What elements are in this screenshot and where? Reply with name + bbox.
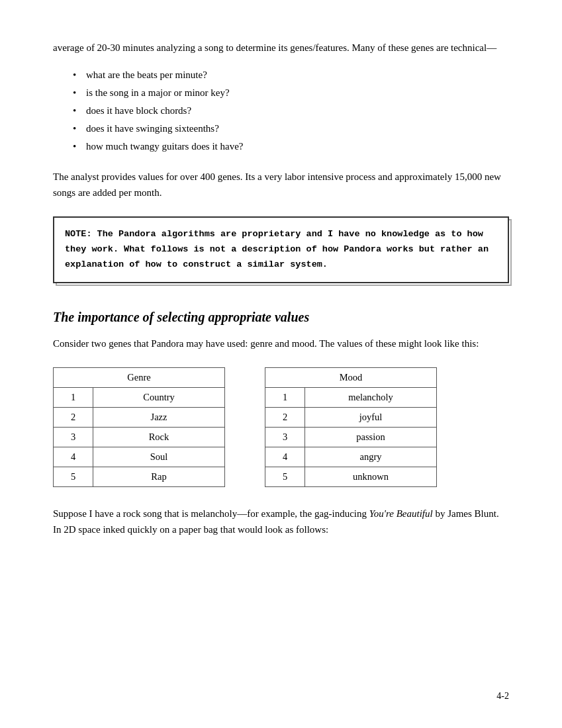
table-row: 4 angry <box>265 447 437 467</box>
table-row: 5 unknown <box>265 467 437 486</box>
genre-num: 5 <box>54 467 93 486</box>
note-text: NOTE: The Pandora algorithms are proprie… <box>65 227 497 273</box>
mood-table: Mood 1 melancholy 2 joyful 3 passion 4 <box>265 367 437 487</box>
closing-italic: You're Beautiful <box>369 508 433 519</box>
section-intro: Consider two genes that Pandora may have… <box>53 336 509 351</box>
mood-value: joyful <box>305 407 437 427</box>
genre-value: Rap <box>93 467 225 486</box>
mood-num: 5 <box>265 467 305 486</box>
genre-num: 3 <box>54 427 93 447</box>
list-item: how much twangy guitars does it have? <box>73 138 509 156</box>
list-item: is the song in a major or minor key? <box>73 84 509 102</box>
table-row: 2 Jazz <box>54 407 225 427</box>
genre-table: Genre 1 Country 2 Jazz 3 Rock 4 So <box>53 367 225 487</box>
closing-paragraph: Suppose I have a rock song that is melan… <box>53 506 509 537</box>
table-row: 1 melancholy <box>265 387 437 407</box>
genre-num: 2 <box>54 407 93 427</box>
genre-value: Rock <box>93 427 225 447</box>
mood-header: Mood <box>265 367 437 387</box>
genre-header: Genre <box>54 367 225 387</box>
page: average of 20-30 minutes analyzing a son… <box>0 0 562 728</box>
page-number: 4-2 <box>496 691 509 702</box>
genre-value: Soul <box>93 447 225 467</box>
genre-value: Jazz <box>93 407 225 427</box>
intro-paragraph: average of 20-30 minutes analyzing a son… <box>53 40 509 56</box>
list-item: does it have block chords? <box>73 102 509 120</box>
mood-value: angry <box>305 447 437 467</box>
bullet-list: what are the beats per minute? is the so… <box>73 66 509 156</box>
table-row: 5 Rap <box>54 467 225 486</box>
table-row: 4 Soul <box>54 447 225 467</box>
table-row: 3 passion <box>265 427 437 447</box>
genre-num: 4 <box>54 447 93 467</box>
note-box: NOTE: The Pandora algorithms are proprie… <box>53 216 509 283</box>
genre-num: 1 <box>54 387 93 407</box>
mood-value: unknown <box>305 467 437 486</box>
section-heading: The importance of selecting appropriate … <box>53 310 509 325</box>
mood-value: melancholy <box>305 387 437 407</box>
table-row: 1 Country <box>54 387 225 407</box>
genre-value: Country <box>93 387 225 407</box>
list-item: does it have swinging sixteenths? <box>73 120 509 138</box>
closing-before-italic: Suppose I have a rock song that is melan… <box>53 508 369 519</box>
table-row: 3 Rock <box>54 427 225 447</box>
mood-num: 4 <box>265 447 305 467</box>
mood-num: 2 <box>265 407 305 427</box>
mood-num: 1 <box>265 387 305 407</box>
table-row: 2 joyful <box>265 407 437 427</box>
tables-container: Genre 1 Country 2 Jazz 3 Rock 4 So <box>53 367 509 487</box>
list-item: what are the beats per minute? <box>73 66 509 84</box>
analyst-paragraph: The analyst provides values for over 400… <box>53 169 509 201</box>
mood-value: passion <box>305 427 437 447</box>
mood-num: 3 <box>265 427 305 447</box>
